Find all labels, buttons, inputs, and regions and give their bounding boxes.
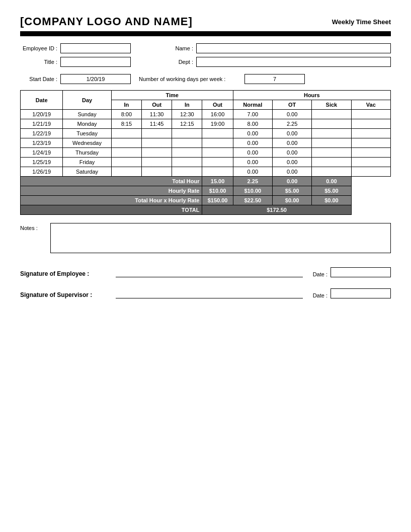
row-vac [351, 148, 390, 158]
timesheet-table: Date Day Time Hours In Out In Out Normal… [20, 90, 391, 215]
total-hour-vac: 0.00 [312, 177, 351, 186]
grand-total-value: $172.50 [202, 205, 351, 215]
row-date: 1/24/19 [21, 148, 63, 158]
supervisor-date-label: Date : [313, 292, 327, 298]
row-in1: 8:15 [111, 119, 141, 129]
row-vac [351, 167, 390, 177]
row-sick [312, 129, 351, 138]
row-out1 [141, 148, 172, 158]
row-in2 [172, 129, 202, 138]
table-row: 1/22/19 Tuesday 0.00 0.00 [21, 129, 391, 138]
row-normal: 0.00 [233, 138, 272, 148]
row-in1 [111, 138, 141, 148]
row-sick [312, 167, 351, 177]
title-input[interactable] [60, 57, 131, 67]
employee-id-input[interactable] [60, 43, 131, 53]
total-hour-label: Total Hour [21, 177, 202, 186]
row-vac [351, 110, 390, 119]
total-hour-sick: 0.00 [272, 177, 311, 186]
row-ot: 0.00 [272, 158, 311, 167]
title-label: Title : [20, 59, 60, 65]
row-day: Sunday [63, 110, 111, 119]
header-normal: Normal [233, 100, 272, 110]
name-input[interactable] [196, 43, 391, 53]
notes-box[interactable] [50, 223, 391, 253]
row-out2 [202, 158, 233, 167]
total-hour-rate-row: Total Hour x Hourly Rate $150.00 $22.50 … [21, 196, 391, 205]
sheet-title: Weekly Time Sheet [332, 18, 391, 26]
hourly-rate-vac: $5.00 [312, 186, 351, 196]
row-ot: 0.00 [272, 129, 311, 138]
row-normal: 0.00 [233, 129, 272, 138]
hourly-rate-sick: $5.00 [272, 186, 311, 196]
header-hours: Hours [233, 91, 390, 100]
dept-group: Dept : [171, 57, 391, 67]
header-sick: Sick [312, 100, 351, 110]
hourly-rate-row: Hourly Rate $10.00 $10.00 $5.00 $5.00 [21, 186, 391, 196]
table-row: 1/21/19 Monday 8:15 11:45 12:15 19:00 8.… [21, 119, 391, 129]
row-in2 [172, 167, 202, 177]
row-out1 [141, 129, 172, 138]
header-time: Time [111, 91, 233, 100]
row-day: Thursday [63, 148, 111, 158]
row-in2 [172, 158, 202, 167]
row-out1: 11:45 [141, 119, 172, 129]
header-divider [20, 31, 391, 36]
hourly-rate-ot: $10.00 [233, 186, 272, 196]
row-vac [351, 119, 390, 129]
row-date: 1/25/19 [21, 158, 63, 167]
row-day: Wednesday [63, 138, 111, 148]
row-out2 [202, 148, 233, 158]
row-out1 [141, 158, 172, 167]
row-normal: 0.00 [233, 167, 272, 177]
row-sick [312, 138, 351, 148]
start-date-input[interactable] [60, 74, 131, 84]
header-in1: In [111, 100, 141, 110]
working-days-input[interactable] [244, 74, 305, 84]
dept-input[interactable] [196, 57, 391, 67]
employee-date-label: Date : [313, 271, 327, 277]
row-out2: 16:00 [202, 110, 233, 119]
row-day: Tuesday [63, 129, 111, 138]
dept-label: Dept : [171, 59, 196, 65]
row-sick [312, 148, 351, 158]
row-vac [351, 158, 390, 167]
row-ot: 0.00 [272, 167, 311, 177]
row-out2 [202, 138, 233, 148]
employee-date-input[interactable] [331, 267, 391, 277]
title-group: Title : [20, 57, 171, 67]
total-sick: $0.00 [272, 196, 311, 205]
grand-total-label: TOTAL [21, 205, 202, 215]
grand-total-row: TOTAL $172.50 [21, 205, 391, 215]
form-section: Employee ID : Name : Title : Dept : [20, 43, 391, 67]
header: [COMPANY LOGO AND NAME] Weekly Time Shee… [20, 15, 391, 28]
row-day: Saturday [63, 167, 111, 177]
start-date-label: Start Date : [20, 76, 60, 82]
employee-name-row: Employee ID : Name : [20, 43, 391, 53]
working-days-label: Number of working days per week : [139, 76, 244, 82]
row-sick [312, 110, 351, 119]
row-date: 1/26/19 [21, 167, 63, 177]
header-out1: Out [141, 100, 172, 110]
supervisor-date-input[interactable] [331, 288, 391, 298]
employee-id-group: Employee ID : [20, 43, 171, 53]
total-normal: $150.00 [202, 196, 233, 205]
row-date: 1/21/19 [21, 119, 63, 129]
row-ot: 0.00 [272, 148, 311, 158]
row-ot: 2.25 [272, 119, 311, 129]
row-normal: 7.00 [233, 110, 272, 119]
table-row: 1/26/19 Saturday 0.00 0.00 [21, 167, 391, 177]
supervisor-sig-label: Signature of Supervisor : [20, 291, 116, 298]
employee-sig-line [116, 268, 303, 277]
name-group: Name : [171, 43, 391, 53]
row-ot: 0.00 [272, 110, 311, 119]
row-date: 1/23/19 [21, 138, 63, 148]
total-vac: $0.00 [312, 196, 351, 205]
signature-section: Signature of Employee : Date : Signature… [20, 267, 391, 298]
total-hour-ot: 2.25 [233, 177, 272, 186]
total-hour-rate-label: Total Hour x Hourly Rate [21, 196, 202, 205]
row-normal: 0.00 [233, 158, 272, 167]
row-out2: 19:00 [202, 119, 233, 129]
employee-sig-label: Signature of Employee : [20, 270, 116, 277]
row-vac [351, 138, 390, 148]
